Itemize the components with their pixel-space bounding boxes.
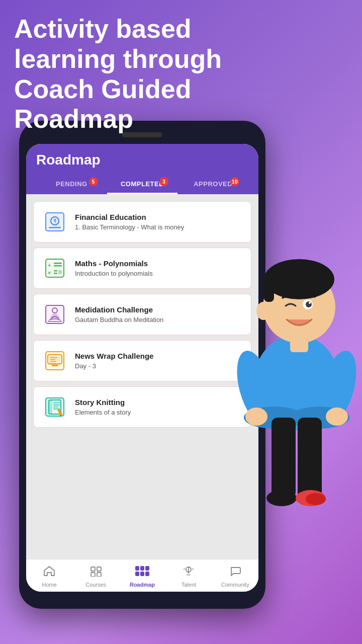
card-icon-financial: ₹ <box>42 209 68 235</box>
app-title: Roadmap <box>36 152 248 168</box>
svg-point-63 <box>188 572 190 574</box>
svg-rect-16 <box>298 418 322 498</box>
svg-rect-57 <box>145 566 149 571</box>
card-subtitle-meditation: Gautam Buddha on Meditation <box>75 316 243 324</box>
svg-text:×: × <box>48 270 51 276</box>
svg-rect-55 <box>135 566 139 571</box>
svg-rect-64 <box>187 574 191 576</box>
card-icon-news <box>42 348 68 374</box>
card-maths-polynomials[interactable]: + × Maths - Polynomials Introduction to … <box>33 248 251 289</box>
phone-screen: Roadmap PENDING 5 COMPLETED 3 APPROVED 1… <box>26 144 258 592</box>
card-text-news: News Wrap Challenge Day - 3 <box>75 352 243 370</box>
card-subtitle-news: Day - 3 <box>75 362 243 370</box>
nav-roadmap[interactable]: Roadmap <box>119 564 165 590</box>
tab-completed-badge: 3 <box>159 177 168 186</box>
svg-point-19 <box>306 493 326 505</box>
content-area: ₹ Financial Education 1. Basic Terminolo… <box>26 194 258 559</box>
card-title-meditation: Medidation Challenge <box>75 305 243 314</box>
nav-talent-label: Talent <box>182 582 196 588</box>
tab-pending-badge: 5 <box>89 177 98 186</box>
card-text-meditation: Medidation Challenge Gautam Buddha on Me… <box>75 305 243 324</box>
hero-section: Activity based learning through Coach Gu… <box>14 14 261 134</box>
svg-rect-58 <box>135 572 139 576</box>
svg-rect-56 <box>140 566 144 571</box>
card-subtitle-maths: Introduction to polynomials <box>75 270 243 277</box>
nav-talent[interactable]: Talent <box>165 564 212 590</box>
card-subtitle-financial: 1. Basic Terminology - What is money <box>75 223 243 231</box>
card-text-story: Story Knitting Elements of a story <box>75 398 243 416</box>
svg-rect-54 <box>97 573 101 577</box>
svg-rect-27 <box>54 265 62 267</box>
svg-rect-51 <box>91 567 95 571</box>
svg-rect-47 <box>53 407 58 408</box>
card-meditation[interactable]: Medidation Challenge Gautam Buddha on Me… <box>33 294 251 335</box>
nav-home[interactable]: Home <box>26 564 72 590</box>
svg-rect-39 <box>50 357 57 358</box>
talent-icon <box>183 566 195 580</box>
svg-rect-8 <box>290 337 308 352</box>
svg-rect-44 <box>49 400 52 414</box>
hero-title: Activity based learning through Coach Gu… <box>14 14 261 134</box>
card-title-story: Story Knitting <box>75 398 243 407</box>
svg-rect-53 <box>91 573 95 577</box>
svg-rect-26 <box>54 263 62 264</box>
tab-completed[interactable]: COMPLETED 3 <box>107 175 178 194</box>
card-icon-meditation <box>42 301 68 328</box>
card-icon-story <box>42 394 68 420</box>
svg-rect-31 <box>58 270 62 274</box>
svg-rect-60 <box>145 572 149 576</box>
svg-point-17 <box>266 490 297 506</box>
nav-courses[interactable]: Courses <box>72 564 119 590</box>
svg-rect-45 <box>53 403 60 404</box>
tab-pending[interactable]: PENDING 5 <box>36 175 107 194</box>
svg-point-6 <box>309 302 311 304</box>
character-illustration <box>226 171 362 604</box>
card-text-financial: Financial Education 1. Basic Terminology… <box>75 213 243 231</box>
svg-rect-59 <box>140 572 144 576</box>
courses-icon <box>90 566 102 580</box>
card-text-maths: Maths - Polynomials Introduction to poly… <box>75 259 243 277</box>
svg-point-5 <box>306 301 312 307</box>
card-news-wrap[interactable]: News Wrap Challenge Day - 3 <box>33 340 251 381</box>
tab-completed-label: COMPLETED <box>121 180 164 188</box>
svg-point-13 <box>245 408 267 426</box>
card-financial-education[interactable]: ₹ Financial Education 1. Basic Terminolo… <box>33 201 251 243</box>
svg-rect-41 <box>50 361 56 362</box>
card-icon-maths: + × <box>42 255 68 281</box>
svg-text:₹: ₹ <box>53 218 57 224</box>
tab-bar: PENDING 5 COMPLETED 3 APPROVED 10 <box>36 175 248 194</box>
svg-rect-38 <box>52 365 58 366</box>
svg-text:+: + <box>48 262 51 268</box>
svg-rect-46 <box>53 405 60 406</box>
svg-rect-23 <box>49 227 61 228</box>
svg-rect-37 <box>49 364 61 365</box>
svg-rect-29 <box>54 270 57 272</box>
svg-rect-3 <box>264 279 274 302</box>
card-title-financial: Financial Education <box>75 213 243 221</box>
svg-point-2 <box>264 259 334 299</box>
card-title-maths: Maths - Polynomials <box>75 259 243 268</box>
nav-roadmap-label: Roadmap <box>130 582 155 588</box>
nav-home-label: Home <box>42 582 57 588</box>
bottom-navigation: Home Courses <box>26 559 258 592</box>
app-header: Roadmap PENDING 5 COMPLETED 3 APPROVED 1… <box>26 144 258 194</box>
card-title-news: News Wrap Challenge <box>75 352 243 360</box>
svg-rect-30 <box>54 273 57 274</box>
card-subtitle-story: Elements of a story <box>75 409 243 416</box>
home-icon <box>43 566 55 580</box>
svg-rect-15 <box>272 418 296 498</box>
roadmap-icon <box>135 566 150 580</box>
svg-rect-52 <box>97 567 101 571</box>
nav-courses-label: Courses <box>85 582 106 588</box>
svg-point-14 <box>326 408 348 426</box>
svg-rect-40 <box>50 359 55 360</box>
card-story-knitting[interactable]: Story Knitting Elements of a story <box>33 386 251 428</box>
tab-pending-label: PENDING <box>56 180 87 188</box>
svg-point-7 <box>256 302 270 320</box>
